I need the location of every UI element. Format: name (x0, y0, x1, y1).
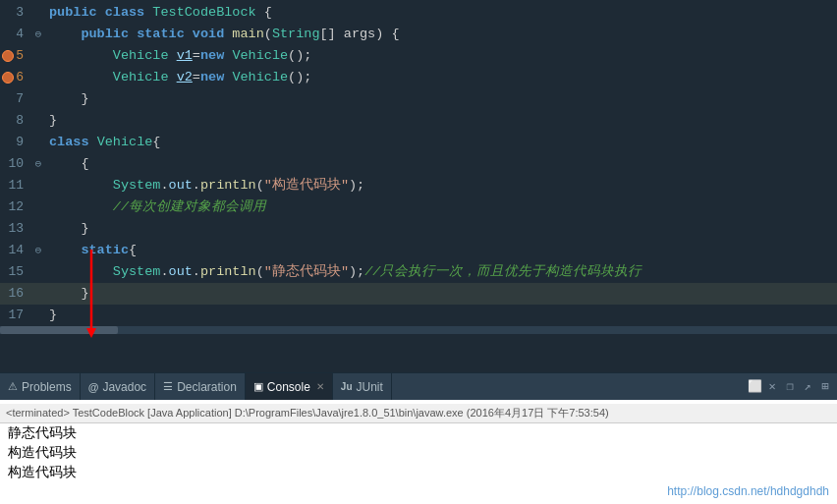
code-line-4: 4 ⊖ public static void main(String[] arg… (0, 24, 837, 45)
code-line-11: 11 System.out.println("构造代码块"); (0, 175, 837, 196)
console-output-area: <terminated> TestCodeBlock [Java Applica… (0, 400, 837, 504)
line-number: 9 (0, 132, 31, 153)
tab-problems[interactable]: ⚠ Problems (0, 373, 81, 400)
breakpoint-icon (0, 48, 16, 64)
tab-junit[interactable]: Ju JUnit (333, 373, 392, 400)
console-output-1: 静态代码块 (0, 423, 837, 443)
tab-bar: ⚠ Problems @ Javadoc ☰ Declaration ▣ Con… (0, 372, 837, 400)
fold-icon[interactable]: ⊖ (31, 153, 45, 175)
tab-problems-label: Problems (22, 380, 72, 394)
line-number: 8 (0, 110, 31, 132)
code-text: System.out.println("静态代码块");//只会执行一次，而且优… (45, 261, 837, 283)
fold-icon[interactable]: ⊖ (31, 24, 45, 45)
code-text: //每次创建对象都会调用 (45, 196, 837, 218)
console-output-3: 构造代码块 (0, 463, 837, 482)
console-footer: http://blog.csdn.net/hdhdgdhdh (0, 482, 837, 500)
code-content: 3 public class TestCodeBlock { 4 ⊖ publi… (0, 0, 837, 326)
code-line-5: 5 Vehicle v1=new Vehicle(); (0, 45, 837, 67)
code-text: Vehicle v2=new Vehicle(); (45, 67, 837, 88)
code-editor: 3 public class TestCodeBlock { 4 ⊖ publi… (0, 0, 837, 372)
code-text: } (45, 283, 837, 305)
code-text: } (45, 88, 837, 110)
code-text: static{ (45, 240, 837, 261)
line-number: 3 (0, 2, 31, 24)
code-line-8: 8 } (0, 110, 837, 132)
code-text: } (45, 110, 837, 132)
tab-declaration-label: Declaration (177, 380, 237, 394)
code-text: System.out.println("构造代码块"); (45, 175, 837, 196)
line-number: 17 (0, 305, 31, 326)
tab-javadoc-label: Javadoc (102, 380, 146, 394)
line-number: 10 (0, 153, 31, 175)
code-line-7: 7 } (0, 88, 837, 110)
line-number: 16 (0, 283, 31, 305)
javadoc-icon: @ (88, 381, 99, 393)
problems-icon: ⚠ (8, 380, 18, 393)
code-line-10: 10 ⊖ { (0, 153, 837, 175)
code-text: } (45, 305, 837, 326)
line-number: 15 (0, 261, 31, 283)
code-line-3: 3 public class TestCodeBlock { (0, 2, 837, 24)
tab-declaration[interactable]: ☰ Declaration (155, 373, 246, 400)
line-number: 14 (0, 240, 31, 261)
code-line-17: 17 } (0, 305, 837, 326)
console-icon: ▣ (253, 380, 263, 393)
minimize-button[interactable]: ⬜ (747, 379, 762, 395)
line-number: 12 (0, 196, 31, 218)
expand-button[interactable]: ↗ (800, 379, 815, 395)
declaration-icon: ☰ (163, 380, 173, 393)
code-line-13: 13 } (0, 218, 837, 240)
view-menu-button[interactable]: ⊞ (817, 379, 833, 395)
code-text: } (45, 218, 837, 240)
console-header: <terminated> TestCodeBlock [Java Applica… (0, 404, 837, 423)
tab-console-label: Console (267, 380, 310, 394)
code-text: public static void main(String[] args) { (45, 24, 837, 45)
line-number: 13 (0, 218, 31, 240)
tab-spacer (392, 373, 743, 400)
code-text: public class TestCodeBlock { (45, 2, 837, 24)
code-line-12: 12 //每次创建对象都会调用 (0, 196, 837, 218)
code-text: Vehicle v1=new Vehicle(); (45, 45, 837, 67)
junit-icon: Ju (341, 381, 353, 392)
line-number: 11 (0, 175, 31, 196)
horizontal-scrollbar[interactable] (0, 326, 837, 334)
code-line-9: 9 class Vehicle{ (0, 132, 837, 153)
console-close-icon[interactable]: ✕ (316, 381, 324, 392)
breakpoint-icon (0, 70, 16, 85)
close-view-button[interactable]: ✕ (764, 379, 780, 395)
line-number: 4 (0, 24, 31, 45)
code-line-14: 14 ⊖ static{ (0, 240, 837, 261)
code-line-16: 16 } (0, 283, 837, 305)
maximize-button[interactable]: ❐ (782, 379, 798, 395)
tab-javadoc[interactable]: @ Javadoc (81, 373, 155, 400)
line-number: 7 (0, 88, 31, 110)
console-output-2: 构造代码块 (0, 443, 837, 463)
code-text: { (45, 153, 837, 175)
scrollbar-thumb[interactable] (0, 326, 118, 334)
code-line-15: 15 System.out.println("静态代码块");//只会执行一次，… (0, 261, 837, 283)
tab-junit-label: JUnit (357, 380, 383, 394)
tab-actions: ⬜ ✕ ❐ ↗ ⊞ (743, 373, 837, 400)
tab-console[interactable]: ▣ Console ✕ (246, 373, 333, 400)
code-line-6: 6 Vehicle v2=new Vehicle(); (0, 67, 837, 88)
code-text: class Vehicle{ (45, 132, 837, 153)
fold-icon[interactable]: ⊖ (31, 240, 45, 261)
